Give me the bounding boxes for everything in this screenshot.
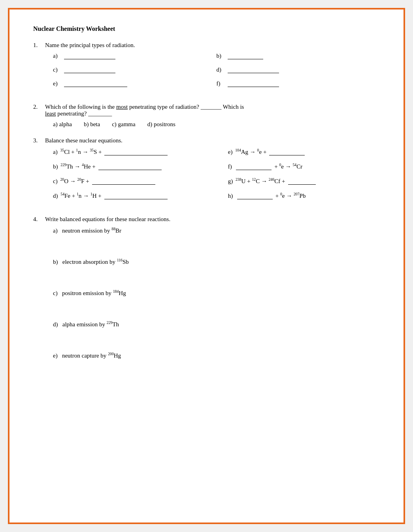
- q3-blank-c: [92, 184, 155, 185]
- q3-eq-f-content: + 0e → 54Cr: [273, 163, 302, 170]
- q3-header: 3. Balance these nuclear equations.: [33, 137, 380, 144]
- q3-eq-h: h) + 0e → 207Pb: [228, 192, 380, 199]
- q4-elem-d: 229Th: [107, 321, 119, 328]
- q3-eq-left: a) 35Cl + 1n → 35S + b) 229Th → 4He + c)…: [53, 148, 220, 206]
- q2-choice-d: d) positrons: [147, 121, 175, 128]
- q3-eq-right: e) 104Ag → 0e + f) + 0e → 54Cr g) 238U +…: [228, 148, 380, 206]
- q1-text: Name the principal types of radiation.: [45, 42, 135, 49]
- q3-blank-e: [269, 155, 305, 155]
- q1-item-a: a): [53, 53, 217, 66]
- q2-choice-c: c) gamma: [112, 121, 136, 128]
- q1-blank-a: [64, 59, 115, 59]
- q3-blank-h: [237, 199, 273, 199]
- q3-eq-b-content: 229Th → 4He +: [60, 163, 95, 170]
- q3-eq-a: a) 35Cl + 1n → 35S +: [53, 148, 220, 155]
- q1-label-d: d): [217, 66, 224, 73]
- q3-eq-e-label: e): [228, 149, 234, 155]
- q2-number: 2.: [33, 104, 41, 117]
- q3-eq-h-content: + 0e → 207Pb: [274, 192, 306, 199]
- q2-most: most: [116, 104, 128, 110]
- q2-header: 2. Which of the following is the most pe…: [33, 104, 380, 117]
- q1-blank-c: [64, 72, 115, 73]
- q1-blank-e: [64, 86, 127, 87]
- question-2: 2. Which of the following is the most pe…: [33, 104, 380, 128]
- q1-header: 1. Name the principal types of radiation…: [33, 42, 380, 49]
- q4-header: 4. Write balanced equations for these nu…: [33, 216, 380, 223]
- q3-eq-a-content: 35Cl + 1n → 35S +: [60, 148, 102, 155]
- q4-label-a: a): [53, 227, 60, 234]
- q1-item-f: f): [217, 80, 380, 94]
- q3-eq-e-content: 104Ag → 0e +: [235, 148, 266, 155]
- q3-eq-g-content: 238U + 12C → 246Cf +: [236, 177, 285, 185]
- q1-label-e: e): [53, 80, 61, 87]
- q3-eq-f-label: f): [228, 163, 234, 170]
- q1-row3: e) f): [53, 80, 380, 94]
- q1-sub-b: b): [217, 53, 380, 59]
- q1-label-a: a): [53, 53, 61, 59]
- q4-text-a: neutron emission by: [62, 227, 111, 234]
- q2-body: Which of the following is the most penet…: [45, 104, 244, 117]
- q4-label-b: b): [53, 259, 61, 265]
- q3-eq-d-content: 54Fe + 1n → 1H +: [60, 192, 102, 199]
- q2-text-middle: penetrating type of radiation? _______ W…: [128, 104, 244, 110]
- q3-eq-b: b) 229Th → 4He +: [53, 163, 220, 170]
- q2-least: least: [45, 110, 56, 117]
- q3-blank-f: [236, 169, 272, 170]
- q1-row2: c) d): [53, 66, 380, 80]
- q1-number: 1.: [33, 42, 41, 49]
- q1-item-c: c): [53, 66, 217, 80]
- q4-text: Write balanced equations for these nucle…: [45, 216, 170, 223]
- q1-item-d: d): [217, 66, 380, 80]
- q4-item-d: d) alpha emission by 229Th: [53, 320, 380, 328]
- q3-eq-h-label: h): [228, 193, 234, 199]
- q1-label-b: b): [217, 53, 224, 59]
- q1-blank-b: [228, 59, 263, 59]
- question-3: 3. Balance these nuclear equations. a) 3…: [33, 137, 380, 206]
- q3-eq-c-content: 20O → 20F +: [60, 177, 89, 185]
- q4-elem-b: 116Sb: [117, 259, 129, 265]
- q2-text-before: Which of the following is the: [45, 104, 116, 110]
- q4-label-c: c): [53, 290, 60, 296]
- q3-eq-g: g) 238U + 12C → 246Cf +: [228, 177, 380, 185]
- question-4: 4. Write balanced equations for these nu…: [33, 216, 380, 359]
- q1-sub-d: d): [217, 66, 380, 73]
- q3-text: Balance these nuclear equations.: [45, 137, 123, 144]
- q4-number: 4.: [33, 216, 41, 223]
- q1-sub-a: a): [53, 53, 217, 59]
- q4-item-c: c) positron emission by 184Hg: [53, 289, 380, 297]
- q3-eq-g-label: g): [228, 178, 234, 185]
- q2-text-after: penetrating? ________: [56, 110, 112, 117]
- q4-text-e: neutron capture by: [62, 352, 108, 359]
- q1-row1: a) b): [53, 53, 380, 66]
- q3-eq-b-label: b): [53, 163, 59, 170]
- q4-text-c: positron emission by: [62, 290, 113, 296]
- q3-blank-b: [98, 169, 162, 170]
- q3-blank-g: [288, 184, 316, 185]
- q1-label-f: f): [217, 80, 224, 87]
- q4-elem-e: 200Hg: [108, 352, 121, 359]
- q1-blank-f: [228, 86, 279, 87]
- q4-elem-a: 88Br: [111, 227, 121, 234]
- q4-item-e: e) neutron capture by 200Hg: [53, 352, 380, 359]
- q1-label-c: c): [53, 66, 61, 73]
- q4-item-a: a) neutron emission by 88Br: [53, 227, 380, 234]
- q4-items: a) neutron emission by 88Br b) electron …: [53, 227, 380, 359]
- q1-sub-items: a) b) c): [53, 53, 380, 94]
- page-container: Nuclear Chemistry Worksheet 1. Name the …: [8, 8, 405, 524]
- q2-choices: a) alpha b) beta c) gamma d) positrons: [53, 121, 380, 128]
- q3-eq-c: c) 20O → 20F +: [53, 177, 220, 185]
- q3-eq-d: d) 54Fe + 1n → 1H +: [53, 192, 220, 199]
- q1-blank-d: [228, 72, 279, 73]
- q3-blank-a: [104, 155, 168, 155]
- q4-elem-c: 184Hg: [113, 290, 126, 296]
- q3-equations: a) 35Cl + 1n → 35S + b) 229Th → 4He + c)…: [53, 148, 380, 206]
- q1-sub-e: e): [53, 80, 217, 87]
- q4-item-b: b) electron absorption by 116Sb: [53, 258, 380, 265]
- q1-item-b: b): [217, 53, 380, 66]
- q3-eq-d-label: d): [53, 193, 59, 199]
- q3-blank-d: [104, 199, 168, 199]
- q3-eq-e: e) 104Ag → 0e +: [228, 148, 380, 155]
- q1-item-e: e): [53, 80, 217, 94]
- q3-eq-a-label: a): [53, 149, 59, 155]
- q2-choice-b: b) beta: [84, 121, 100, 128]
